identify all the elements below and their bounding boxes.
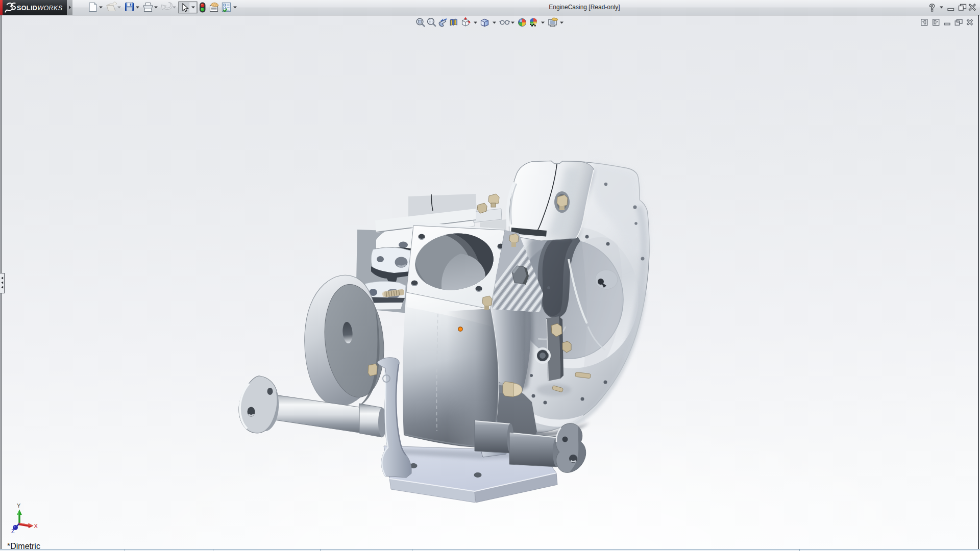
svg-text:Y: Y [17,503,21,509]
svg-text:Z: Z [11,528,15,534]
svg-text:X: X [34,523,38,529]
